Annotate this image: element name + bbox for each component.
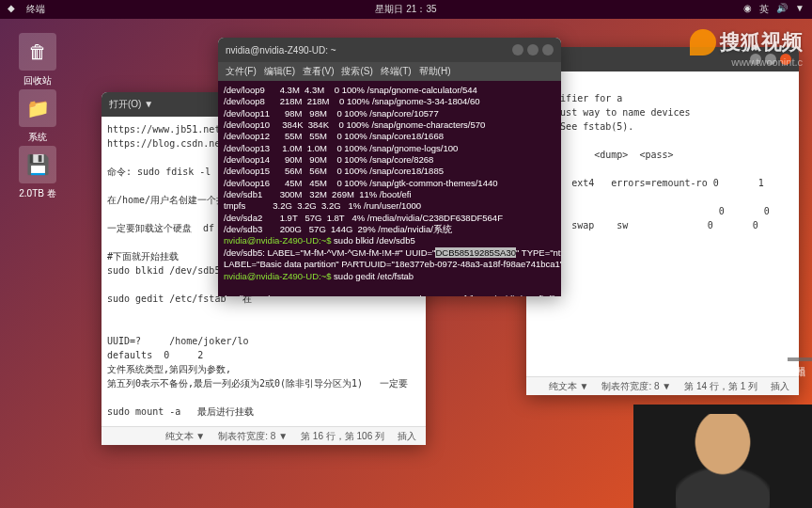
gedit-notes-statusbar: 纯文本 ▼ 制表符宽度: 8 ▼ 第 16 行，第 106 列 插入 (102, 426, 426, 445)
app-name[interactable]: 终端 (26, 3, 45, 16)
syntax-mode[interactable]: 纯文本 ▼ (549, 380, 589, 393)
open-button[interactable]: 打开(O) ▼ (109, 98, 153, 111)
side-label: 拍照 (788, 357, 812, 361)
menu-file[interactable]: 文件(F) (226, 65, 257, 78)
uuid-highlight: DCB58519285SA30 (435, 247, 516, 258)
syntax-mode[interactable]: 纯文本 ▼ (165, 430, 206, 443)
terminal-window[interactable]: nvidia@nvidia-Z490-UD: ~ 文件(F) 编辑(E) 查看(… (218, 38, 561, 296)
tab-width[interactable]: 制表符宽度: 8 ▼ (218, 430, 288, 443)
trash-icon[interactable]: 🗑回收站 (9, 33, 66, 87)
top-panel: ◆ 终端 星期日 21：35 ◉ 英 🔊 ▼ (0, 0, 812, 19)
menu-help[interactable]: 帮助(H) (419, 65, 451, 78)
clock[interactable]: 星期日 21：35 (375, 3, 436, 16)
terminal-output[interactable]: /dev/loop9 4.3M 4.3M 0 100% /snap/gnome-… (218, 81, 561, 296)
network-icon[interactable]: ◉ (743, 3, 752, 16)
close-icon[interactable] (542, 44, 554, 56)
menu-search[interactable]: 搜索(S) (341, 65, 372, 78)
menu-edit[interactable]: 编辑(E) (264, 65, 295, 78)
cursor-pos: 第 14 行，第 1 列 (684, 380, 757, 393)
lang-indicator[interactable]: 英 (759, 3, 769, 16)
power-icon[interactable]: ▼ (795, 3, 804, 16)
system-icon[interactable]: 📁系统 (9, 89, 66, 144)
window-title: nvidia@nvidia-Z490-UD: ~ (226, 45, 336, 56)
url-watermark: www.twoonint.c (731, 56, 803, 68)
gedit-fstab-content[interactable]: identifier for a e robust way to name de… (526, 71, 799, 376)
menu-terminal[interactable]: 终端(T) (381, 65, 412, 78)
video-watermark: 搜狐视频 (690, 28, 803, 56)
menu-view[interactable]: 查看(V) (303, 65, 334, 78)
activities-label[interactable]: ◆ (8, 3, 15, 16)
webcam-feed (633, 405, 812, 508)
insert-mode: 插入 (771, 380, 789, 393)
maximize-icon[interactable] (527, 44, 539, 56)
sound-icon[interactable]: 🔊 (776, 3, 788, 16)
insert-mode: 插入 (398, 430, 416, 443)
presenter (676, 414, 770, 508)
fox-icon (690, 29, 716, 56)
gedit-fstab-window[interactable]: *fstab identifier for a e robust way to … (526, 47, 799, 395)
minimize-icon[interactable] (512, 44, 523, 56)
tab-width[interactable]: 制表符宽度: 8 ▼ (601, 380, 671, 393)
cursor-pos: 第 16 行，第 106 列 (301, 430, 384, 443)
disk-icon[interactable]: 💾2.0TB 卷 (9, 146, 66, 200)
terminal-titlebar[interactable]: nvidia@nvidia-Z490-UD: ~ (218, 38, 561, 62)
gedit-fstab-statusbar: 纯文本 ▼ 制表符宽度: 8 ▼ 第 14 行，第 1 列 插入 (526, 376, 799, 395)
terminal-menubar: 文件(F) 编辑(E) 查看(V) 搜索(S) 终端(T) 帮助(H) (218, 62, 561, 81)
